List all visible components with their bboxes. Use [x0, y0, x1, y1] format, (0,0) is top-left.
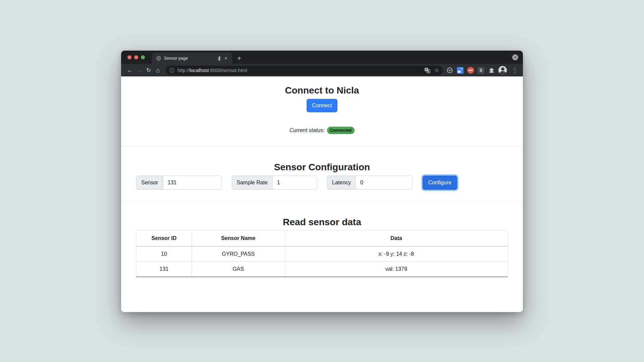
cell-sensor-data: val: 1379 — [285, 262, 507, 277]
url-path: :8000/sensor.html — [209, 68, 247, 73]
sensor-field-group: Sensor — [136, 176, 222, 190]
url-host: localhost — [190, 68, 209, 73]
config-row: Sensor Sample Rate Latency — [136, 176, 508, 190]
sensor-field-label: Sensor — [136, 176, 163, 190]
window-minimize-button[interactable] — [134, 55, 138, 59]
config-section: Sensor Configuration Sensor Sample Rate — [121, 146, 523, 201]
browser-toolbar: ← → ↻ ⌂ ⓘ http://localhost:8000/sensor.h… — [121, 64, 523, 76]
status-label: Current status: — [289, 127, 325, 133]
table-row: 131 GAS val: 1379 — [137, 262, 508, 277]
latency-field-label: Latency — [327, 176, 356, 190]
config-heading: Sensor Configuration — [121, 162, 523, 173]
tab-strip: Sensor page ✕ + ▼ — [121, 51, 523, 64]
status-badge: Connected — [327, 127, 355, 134]
address-bar[interactable]: ⓘ http://localhost:8000/sensor.html ☆ — [165, 66, 443, 75]
connect-section: Connect to Nicla Connect Current status:… — [121, 76, 523, 146]
latency-input[interactable] — [356, 176, 412, 190]
status-line: Current status:Connected — [121, 127, 523, 134]
tab-search-button[interactable]: ▼ — [512, 54, 518, 60]
configure-button[interactable]: Configure — [423, 176, 457, 190]
cell-sensor-name: GYRO_PASS — [192, 246, 285, 262]
omnibox-actions: ☆ — [424, 67, 439, 73]
tab-title: Sensor page — [164, 56, 215, 61]
browser-menu-icon[interactable]: ⋮ — [511, 67, 518, 74]
forward-button[interactable]: → — [135, 66, 144, 75]
header-sensor-id: Sensor ID — [137, 231, 192, 247]
window-resizer-extension-icon[interactable] — [457, 67, 464, 74]
window-controls — [127, 55, 145, 59]
header-sensor-name: Sensor Name — [192, 231, 285, 247]
translate-icon[interactable] — [424, 67, 430, 73]
tab-close-icon[interactable]: ✕ — [224, 56, 228, 61]
cell-sensor-data: x: -9 y: 14 z: -8 — [285, 246, 507, 262]
new-tab-button[interactable]: + — [234, 53, 244, 64]
browser-window: Sensor page ✕ + ▼ ← → ↻ ⌂ ⓘ http://local… — [121, 51, 523, 312]
url-scheme: http:// — [177, 68, 190, 73]
table-header-row: Sensor ID Sensor Name Data — [137, 231, 508, 247]
cell-sensor-id: 10 — [137, 246, 192, 262]
bookmark-star-icon[interactable]: ☆ — [434, 68, 439, 73]
pocket-extension-icon[interactable] — [446, 67, 453, 74]
abp-label: ABP — [468, 69, 473, 71]
sensor-id-input[interactable] — [163, 176, 222, 190]
cell-sensor-name: GAS — [192, 262, 285, 277]
window-close-button[interactable] — [127, 55, 131, 59]
extensions-area: ABP S ⋮ — [446, 66, 519, 74]
profile-avatar[interactable] — [498, 66, 507, 74]
bluetooth-icon — [217, 56, 221, 61]
table-row: 10 GYRO_PASS x: -9 y: 14 z: -8 — [137, 246, 508, 262]
sensor-data-table: Sensor ID Sensor Name Data 10 GYRO_PASS … — [136, 230, 508, 277]
back-button[interactable]: ← — [125, 66, 135, 75]
extensions-puzzle-icon[interactable] — [488, 67, 495, 74]
window-zoom-button[interactable] — [141, 55, 145, 59]
connect-heading: Connect to Nicla — [121, 85, 523, 96]
home-button[interactable]: ⌂ — [153, 66, 163, 75]
connect-button[interactable]: Connect — [307, 99, 337, 112]
sensor-data-heading: Read sensor data — [121, 217, 523, 228]
site-info-icon[interactable]: ⓘ — [169, 68, 174, 73]
reload-button[interactable]: ↻ — [144, 66, 153, 75]
url-text: http://localhost:8000/sensor.html — [177, 68, 422, 73]
s-label: S — [480, 68, 482, 73]
chevron-down-icon: ▼ — [514, 56, 517, 59]
sample-rate-input[interactable] — [273, 176, 317, 190]
latency-field-group: Latency — [327, 176, 413, 190]
tab-sensor-page[interactable]: Sensor page ✕ — [152, 53, 232, 64]
sample-rate-field-label: Sample Rate — [232, 176, 273, 190]
sensor-data-section: Read sensor data Sensor ID Sensor Name D… — [121, 201, 523, 277]
configure-column: Configure — [423, 176, 508, 190]
adblock-plus-extension-icon[interactable]: ABP — [467, 67, 474, 74]
header-data: Data — [285, 231, 507, 247]
globe-favicon-icon — [156, 56, 161, 61]
sample-rate-field-group: Sample Rate — [232, 176, 317, 190]
s-extension-icon[interactable]: S — [478, 67, 484, 74]
cell-sensor-id: 131 — [137, 262, 192, 277]
page-content: Connect to Nicla Connect Current status:… — [121, 76, 523, 312]
